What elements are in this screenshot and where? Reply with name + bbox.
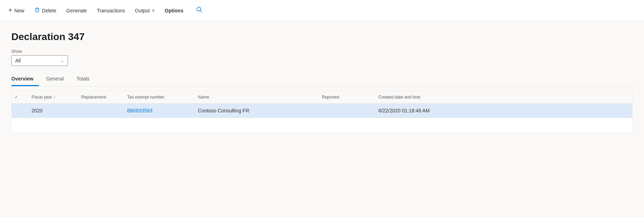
svg-rect-1 — [35, 8, 39, 9]
table-empty-row — [12, 118, 632, 132]
show-select[interactable]: All ⌄ — [11, 55, 68, 66]
delete-button-label: Delete — [42, 8, 56, 13]
cell-reported — [319, 104, 376, 118]
transactions-button[interactable]: Transactions — [92, 6, 129, 16]
col-reported: Reported — [319, 91, 376, 103]
col-created-date-label: Created date and time — [378, 95, 421, 100]
col-replacement: Replacement — [78, 91, 124, 103]
page-title: Declaration 347 — [11, 31, 633, 43]
tab-overview-label: Overview — [11, 76, 33, 82]
new-button-label: New — [15, 8, 24, 13]
col-tax-exempt: Tax exempt number — [124, 91, 195, 103]
col-created-date: Created date and time — [376, 91, 464, 103]
search-button[interactable] — [192, 4, 207, 17]
tab-general[interactable]: General — [46, 73, 69, 86]
tab-general-label: General — [46, 76, 64, 82]
cell-fiscal-year: 2020 — [29, 104, 78, 118]
col-fiscal-year[interactable]: Fiscal year ↑ — [29, 91, 78, 103]
chevron-down-icon: ⌄ — [61, 58, 64, 63]
search-icon — [196, 6, 203, 15]
tab-totals-label: Totals — [76, 76, 90, 82]
generate-button[interactable]: Generate — [62, 6, 91, 16]
show-select-value: All — [15, 58, 21, 63]
toolbar: + New Delete Generate Transactions Outpu… — [0, 0, 644, 21]
svg-rect-0 — [36, 7, 38, 8]
delete-icon — [34, 7, 40, 14]
cell-name: Contoso Consulting FR — [195, 104, 319, 118]
col-tax-exempt-label: Tax exempt number — [127, 95, 164, 100]
plus-icon: + — [8, 7, 12, 14]
options-button[interactable]: Options — [160, 6, 188, 16]
col-reported-label: Reported — [322, 95, 339, 100]
output-button-label: Output — [135, 8, 150, 13]
data-table: ✓ Fiscal year ↑ Replacement Tax exempt n… — [11, 91, 633, 133]
generate-button-label: Generate — [66, 8, 87, 13]
show-label: Show — [11, 49, 633, 54]
col-replacement-label: Replacement — [81, 95, 106, 100]
new-button[interactable]: + New — [4, 5, 29, 16]
cell-created-date: 6/22/2020 01:18:46 AM — [376, 104, 464, 118]
col-check: ✓ — [12, 91, 29, 103]
svg-rect-2 — [35, 9, 39, 12]
tabs-container: Overview General Totals — [11, 73, 633, 87]
options-button-label: Options — [165, 8, 183, 13]
delete-button[interactable]: Delete — [30, 5, 61, 16]
col-name: Name — [195, 91, 319, 103]
main-content: Declaration 347 Show All ⌄ Overview Gene… — [0, 21, 644, 217]
tab-overview[interactable]: Overview — [11, 73, 39, 86]
table-header: ✓ Fiscal year ↑ Replacement Tax exempt n… — [12, 91, 632, 104]
tab-totals[interactable]: Totals — [76, 73, 95, 86]
cell-tax-exempt-number[interactable]: B80833593 — [124, 104, 195, 118]
transactions-button-label: Transactions — [97, 8, 125, 13]
svg-line-6 — [200, 11, 202, 12]
sort-asc-icon: ↑ — [53, 95, 55, 99]
col-name-label: Name — [198, 95, 209, 100]
cell-replacement — [78, 104, 124, 118]
cell-check — [12, 104, 29, 118]
table-row[interactable]: 2020 B80833593 Contoso Consulting FR 6/2… — [12, 104, 632, 118]
output-button[interactable]: Output ∨ — [131, 6, 159, 16]
output-chevron-icon: ∨ — [152, 8, 155, 13]
col-fiscal-year-label: Fiscal year — [32, 95, 52, 100]
